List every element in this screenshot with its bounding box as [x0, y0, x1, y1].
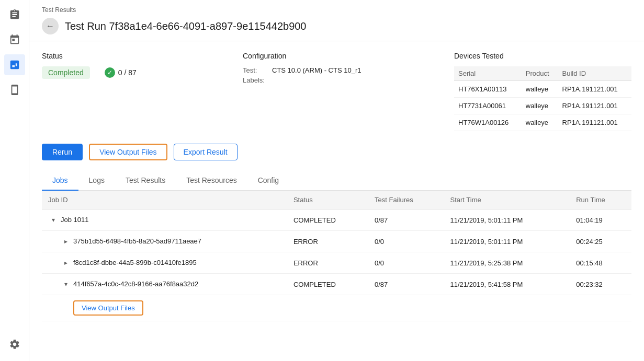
- job-id-value: 414f657a-4c0c-42c8-9166-aa76f8aa32d2: [73, 280, 198, 288]
- config-section: Configuration Test: CTS 10.0 (ARM) - CTS…: [243, 52, 442, 131]
- job-start-time: 11/21/2019, 5:01:11 PM: [444, 209, 570, 231]
- devices-title: Devices Tested: [454, 52, 631, 60]
- devices-cell-build_id: RP1A.191121.001: [558, 114, 631, 131]
- job-test-failures: 0/87: [368, 209, 444, 231]
- job-test-failures: 0/0: [368, 231, 444, 252]
- content-area: Status Completed ✓ 0 / 87 Configuration …: [29, 41, 644, 361]
- tab-config[interactable]: Config: [247, 171, 289, 191]
- job-start-time: 11/21/2019, 5:41:58 PM: [444, 274, 570, 295]
- jobs-table-row: ▸f8cd1c8f-dbbe-44a5-899b-c01410fe1895ERR…: [42, 252, 631, 274]
- back-button[interactable]: ←: [42, 18, 59, 34]
- sidebar-item-calendar[interactable]: [4, 29, 25, 50]
- devices-cell-product: walleye: [522, 81, 558, 98]
- job-id-cell: ▾Job 1011: [42, 209, 287, 231]
- jobs-table-row: ▾Job 1011COMPLETED0/8711/21/2019, 5:01:1…: [42, 209, 631, 231]
- devices-cell-build_id: RP1A.191121.001: [558, 81, 631, 98]
- tab-jobs[interactable]: Jobs: [42, 171, 78, 191]
- job-status: ERROR: [287, 252, 368, 274]
- job-run-time: 00:23:32: [570, 274, 631, 295]
- jobs-col-run-time: Run Time: [570, 191, 631, 209]
- tabs: JobsLogsTest ResultsTest ResourcesConfig: [42, 171, 631, 191]
- tab-test-resources[interactable]: Test Resources: [176, 171, 247, 191]
- expand-icon[interactable]: ▸: [61, 236, 71, 247]
- info-grid: Status Completed ✓ 0 / 87 Configuration …: [42, 52, 631, 131]
- devices-cell-serial: HT76W1A00126: [454, 114, 522, 131]
- jobs-table: Job IDStatusTest FailuresStart TimeRun T…: [42, 191, 631, 321]
- job-status: ERROR: [287, 231, 368, 252]
- job-start-time: 11/21/2019, 5:01:11 PM: [444, 231, 570, 252]
- job-status: COMPLETED: [287, 274, 368, 295]
- job-id-cell: ▸375b1d55-6498-4fb5-8a20-5ad9711aeae7: [42, 231, 287, 252]
- job-run-time: 00:24:25: [570, 231, 631, 252]
- job-start-time: 11/21/2019, 5:25:38 PM: [444, 252, 570, 274]
- job-id-value: f8cd1c8f-dbbe-44a5-899b-c01410fe1895: [73, 259, 197, 266]
- sidebar-item-devices[interactable]: [4, 79, 25, 100]
- devices-cell-serial: HT76X1A00113: [454, 81, 522, 98]
- jobs-col-test-failures: Test Failures: [368, 191, 444, 209]
- export-result-button[interactable]: Export Result: [174, 144, 238, 160]
- devices-cell-product: walleye: [522, 114, 558, 131]
- rerun-button[interactable]: Rerun: [42, 144, 83, 160]
- view-output-button[interactable]: View Output Files: [89, 144, 167, 160]
- devices-col-product: Product: [522, 66, 558, 81]
- job-run-time: 00:15:48: [570, 252, 631, 274]
- jobs-col-job-id: Job ID: [42, 191, 287, 209]
- devices-col-build: Build ID: [558, 66, 631, 81]
- devices-col-serial: Serial: [454, 66, 522, 81]
- test-label: Test:: [243, 66, 268, 74]
- job-id-value: Job 1011: [61, 216, 89, 224]
- devices-section: Devices Tested Serial Product Build ID H…: [454, 52, 631, 131]
- job-id-cell: ▸f8cd1c8f-dbbe-44a5-899b-c01410fe1895: [42, 252, 287, 274]
- jobs-col-start-time: Start Time: [444, 191, 570, 209]
- collapse-icon[interactable]: ▾: [48, 215, 59, 225]
- sidebar-item-settings[interactable]: [4, 334, 25, 355]
- status-section: Status Completed ✓ 0 / 87: [42, 52, 230, 131]
- status-title: Status: [42, 52, 230, 60]
- job-id-value: 375b1d55-6498-4fb5-8a20-5ad9711aeae7: [73, 237, 201, 245]
- tab-test-results[interactable]: Test Results: [115, 171, 176, 191]
- inline-view-output-button[interactable]: View Output Files: [73, 300, 143, 316]
- inline-view-output-row: View Output Files: [42, 295, 631, 321]
- tab-logs[interactable]: Logs: [78, 171, 115, 191]
- breadcrumb: Test Results: [42, 6, 631, 14]
- check-icon: ✓: [105, 67, 115, 78]
- jobs-col-status: Status: [287, 191, 368, 209]
- devices-cell-build_id: RP1A.191121.001: [558, 98, 631, 114]
- main-content: Test Results ← Test Run 7f38a1e4-6e66-40…: [29, 0, 644, 361]
- check-count: ✓ 0 / 87: [105, 67, 137, 78]
- devices-table-row: HT7731A00061walleyeRP1A.191121.001: [454, 98, 631, 114]
- header: Test Results ← Test Run 7f38a1e4-6e66-40…: [29, 0, 644, 41]
- devices-table-row: HT76X1A00113walleyeRP1A.191121.001: [454, 81, 631, 98]
- page-title: Test Run 7f38a1e4-6e66-4091-a897-9e11544…: [65, 20, 307, 32]
- devices-cell-serial: HT7731A00061: [454, 98, 522, 114]
- expand-icon[interactable]: ▸: [61, 258, 71, 268]
- sidebar-item-analytics[interactable]: [4, 54, 25, 75]
- config-title: Configuration: [243, 52, 442, 60]
- test-value: CTS 10.0 (ARM) - CTS 10_r1: [272, 66, 361, 74]
- job-status: COMPLETED: [287, 209, 368, 231]
- collapse-icon[interactable]: ▾: [61, 279, 71, 289]
- devices-table-row: HT76W1A00126walleyeRP1A.191121.001: [454, 114, 631, 131]
- inline-view-output-cell: View Output Files: [42, 295, 631, 321]
- job-test-failures: 0/0: [368, 252, 444, 274]
- check-count-value: 0 / 87: [118, 68, 137, 77]
- actions-bar: Rerun View Output Files Export Result: [42, 144, 631, 160]
- sidebar: [0, 0, 29, 361]
- devices-cell-product: walleye: [522, 98, 558, 114]
- job-id-cell: ▾414f657a-4c0c-42c8-9166-aa76f8aa32d2: [42, 274, 287, 295]
- jobs-table-row: ▾414f657a-4c0c-42c8-9166-aa76f8aa32d2COM…: [42, 274, 631, 295]
- devices-table: Serial Product Build ID HT76X1A00113wall…: [454, 66, 631, 131]
- job-run-time: 01:04:19: [570, 209, 631, 231]
- job-test-failures: 0/87: [368, 274, 444, 295]
- jobs-table-row: ▸375b1d55-6498-4fb5-8a20-5ad9711aeae7ERR…: [42, 231, 631, 252]
- labels-label: Labels:: [243, 76, 268, 84]
- status-badge: Completed: [42, 66, 90, 79]
- sidebar-item-tasks[interactable]: [4, 4, 25, 25]
